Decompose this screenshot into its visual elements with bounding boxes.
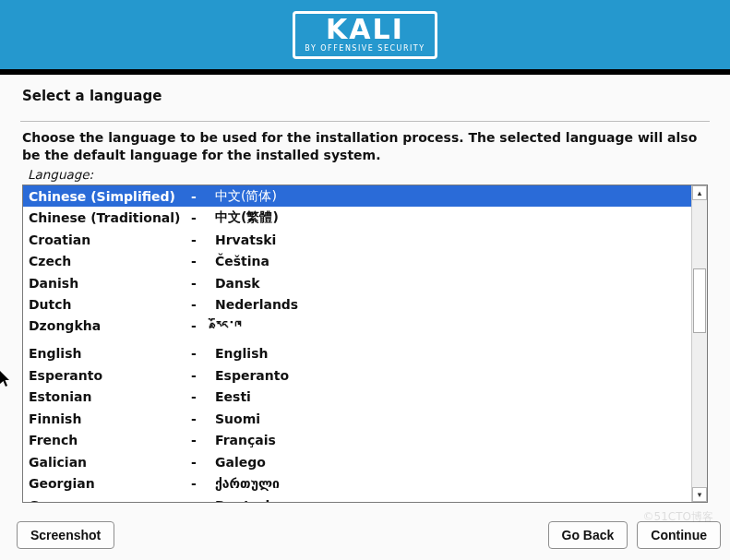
field-label: Language: [28,167,708,182]
language-native-name: Dansk [215,276,686,291]
language-english-name: German [29,498,191,502]
separator-dash: - [191,455,215,470]
language-native-name: ქართული [215,476,686,491]
language-english-name: Dutch [29,297,191,312]
language-english-name: Chinese (Simplified) [29,189,191,204]
language-english-name: Estonian [29,389,191,404]
language-option[interactable]: Croatian-Hrvatski [23,229,691,251]
separator-dash: - [191,210,215,225]
separator-dash: - [191,389,215,404]
separator-dash: - [191,297,215,312]
language-native-name: English [215,346,686,361]
language-option[interactable]: Finnish-Suomi [23,408,691,430]
separator-dash: - [191,318,215,333]
separator-dash: - [191,232,215,247]
language-english-name: Georgian [29,476,191,491]
language-english-name: Esperanto [29,368,191,383]
language-option[interactable]: Czech-Čeština [23,250,691,272]
language-option[interactable]: Chinese (Traditional)-中文(繁體) [23,207,691,229]
language-english-name: Galician [29,455,191,470]
language-option[interactable]: German-Deutsch [23,494,691,502]
footer: Screenshot Go Back Continue [0,512,730,560]
language-english-name: Czech [29,254,191,268]
language-english-name: Danish [29,276,191,291]
language-native-name: རྫོང་ཁ [215,318,686,333]
language-native-name: Nederlands [215,297,686,312]
logo-text: KALI [326,16,404,43]
separator-dash: - [191,411,215,426]
language-option[interactable]: Dzongkha-རྫོང་ཁ [23,316,691,338]
language-option[interactable]: Galician-Galego [23,451,691,473]
scroll-up-button[interactable]: ▴ [692,185,707,200]
separator-dash: - [191,476,215,491]
scrollbar[interactable]: ▴ ▾ [691,185,707,502]
language-option[interactable]: French-Français [23,429,691,451]
language-native-name: 中文(简体) [215,188,686,205]
language-option[interactable]: Chinese (Simplified)-中文(简体) [23,185,691,208]
header-banner: KALI BY OFFENSIVE SECURITY [0,0,730,69]
language-english-name: Chinese (Traditional) [29,210,191,225]
instruction-text: Choose the language to be used for the i… [22,129,708,164]
language-english-name: French [29,433,191,447]
kali-logo: KALI BY OFFENSIVE SECURITY [293,11,437,59]
language-english-name: Dzongkha [29,318,191,333]
language-native-name: Galego [215,455,686,470]
language-list[interactable]: Chinese (Simplified)-中文(简体)Chinese (Trad… [22,185,708,503]
logo-tagline: BY OFFENSIVE SECURITY [305,45,425,53]
language-option[interactable]: Danish-Dansk [23,272,691,294]
language-native-name: Hrvatski [215,232,686,247]
language-native-name: 中文(繁體) [215,209,686,226]
language-native-name: Suomi [215,411,686,426]
page-title: Select a language [22,88,710,104]
language-native-name: Deutsch [215,498,686,502]
scroll-thumb[interactable] [693,268,706,333]
separator-dash: - [191,498,215,502]
separator-dash: - [191,254,215,268]
language-option[interactable]: Georgian-ქართული [23,472,691,494]
language-native-name: Čeština [215,254,686,268]
language-english-name: Finnish [29,411,191,426]
separator-dash: - [191,189,215,204]
language-native-name: Eesti [215,389,686,404]
go-back-button[interactable]: Go Back [548,521,628,549]
separator-dash: - [191,368,215,383]
language-option[interactable]: Estonian-Eesti [23,386,691,408]
separator-dash: - [191,346,215,361]
scroll-down-button[interactable]: ▾ [692,487,707,502]
language-english-name: English [29,346,191,361]
separator-dash: - [191,433,215,447]
language-option[interactable]: Dutch-Nederlands [23,293,691,316]
screenshot-button[interactable]: Screenshot [17,521,114,549]
language-native-name: Esperanto [215,368,686,383]
continue-button[interactable]: Continue [637,521,721,549]
separator-dash: - [191,276,215,291]
language-native-name: Français [215,433,686,447]
language-english-name: Croatian [29,232,191,247]
language-option[interactable]: Esperanto-Esperanto [23,364,691,387]
language-option[interactable]: English-English [23,342,691,364]
